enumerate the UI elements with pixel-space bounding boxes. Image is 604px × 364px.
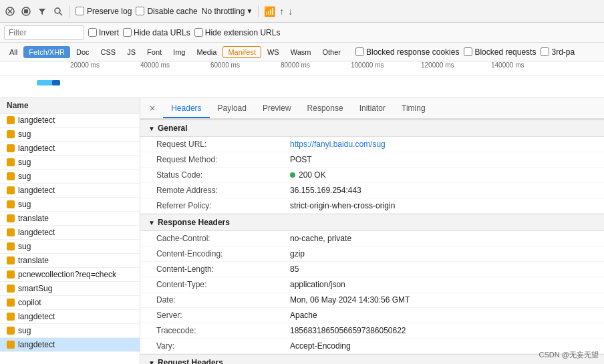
list-item[interactable]: sug [0,128,140,142]
referrer-policy-value: strict-origin-when-cross-origin [290,201,596,210]
tab-fetch-xhr[interactable]: Fetch/XHR [23,46,70,58]
detail-row-date: Date: Mon, 06 May 2024 14:30:56 GMT [140,293,604,308]
filter-input[interactable] [4,25,84,40]
separator2 [258,5,259,17]
net-icon [7,327,15,335]
content-length-value: 85 [290,264,596,274]
list-item[interactable]: langdetect [0,310,140,324]
request-url-value[interactable]: https://fanyi.baidu.com/sug [290,140,596,149]
watermark: CSDN @无妄无望 [539,350,599,360]
search-icon[interactable] [52,5,64,17]
detail-row-status: Status Code: 200 OK [140,168,604,183]
tab-other[interactable]: Other [317,46,346,58]
list-item[interactable]: copilot [0,296,140,310]
timeline: 20000 ms 40000 ms 60000 ms 80000 ms 1000… [0,61,604,98]
list-item[interactable]: translate [0,254,140,268]
clear-icon[interactable] [4,5,16,17]
separator [69,5,70,17]
timeline-bar-2 [52,80,60,85]
net-icon [7,285,15,293]
timeline-mark-2: 40000 ms [140,61,170,69]
throttle-selector[interactable]: No throttling ▼ [202,7,253,16]
tab-wasm[interactable]: Wasm [285,46,317,58]
toolbar: Preserve log Disable cache No throttling… [0,0,604,23]
timeline-mark-5: 100000 ms [351,61,384,69]
disable-cache-checkbox[interactable]: Disable cache [136,7,197,16]
content-type-value: application/json [290,280,596,289]
detail-row-method: Request Method: POST [140,152,604,168]
net-icon [7,242,15,250]
list-item[interactable]: sug [0,170,140,184]
list-item[interactable]: langdetect [0,226,140,240]
tab-js[interactable]: JS [122,46,141,58]
detail-row-cache-control: Cache-Control: no-cache, private [140,231,604,246]
third-party-checkbox[interactable]: 3rd-pa [541,47,575,57]
tab-preview[interactable]: Preview [255,100,299,118]
stop-icon[interactable] [20,5,32,17]
list-item[interactable]: langdetect [0,184,140,198]
timeline-mark-6: 120000 ms [421,61,454,69]
status-dot [290,172,295,178]
svg-line-6 [59,13,62,15]
tab-payload[interactable]: Payload [210,100,255,118]
net-icon [7,270,15,279]
request-method-value: POST [290,155,596,164]
content-encoding-value: gzip [290,249,596,258]
tab-manifest[interactable]: Manifest [222,46,261,58]
list-item[interactable]: langdetect [0,142,140,156]
tab-timing[interactable]: Timing [394,100,434,118]
net-icon [7,158,15,166]
tab-ws[interactable]: WS [262,46,285,58]
tab-headers[interactable]: Headers [163,100,209,118]
detail-row-content-type: Content-Type: application/json [140,277,604,293]
invert-checkbox[interactable]: Invert [88,28,119,37]
tab-doc[interactable]: Doc [71,46,95,58]
preserve-log-checkbox[interactable]: Preserve log [76,7,132,16]
net-icon [7,228,15,236]
list-item[interactable]: smartSug [0,282,140,296]
list-item[interactable]: sug [0,324,140,338]
net-icon [7,186,15,194]
list-item[interactable]: sug [0,240,140,254]
list-item[interactable]: langdetect [0,338,140,352]
blocked-cookies-checkbox[interactable]: Blocked response cookies [355,47,459,57]
svg-point-5 [55,8,60,13]
filter-icon[interactable] [36,5,48,17]
list-item[interactable]: langdetect [0,114,140,128]
detail-row-url: Request URL: https://fanyi.baidu.com/sug [140,137,604,152]
wifi-icon[interactable]: 📶 [264,6,275,17]
timeline-mark-7: 140000 ms [491,61,524,69]
arrow-icon2: ▼ [148,219,155,226]
tab-css[interactable]: CSS [96,46,122,58]
network-list: Name langdetect sug langdetect sug sug l… [0,98,140,364]
tab-initiator[interactable]: Initiator [351,100,394,118]
hide-extension-checkbox[interactable]: Hide extension URLs [194,28,281,37]
request-headers-section-header[interactable]: ▼ Request Headers [140,354,604,364]
tab-img[interactable]: Img [168,46,190,58]
timeline-mark-1: 20000 ms [70,61,100,69]
timeline-mark-4: 80000 ms [281,61,310,69]
list-item[interactable]: sug [0,198,140,212]
upload-icon[interactable]: ↑ [279,6,284,17]
tab-media[interactable]: Media [191,46,222,58]
detail-row-vary: Vary: Accept-Encoding [140,339,604,354]
list-item[interactable]: translate [0,212,140,226]
net-icon [7,116,15,124]
tab-response[interactable]: Response [299,100,351,118]
detail-row-server: Server: Apache [140,308,604,323]
right-panel: × Headers Payload Preview Response Initi… [140,98,604,364]
blocked-requests-checkbox[interactable]: Blocked requests [464,47,536,57]
download-icon[interactable]: ↓ [288,6,293,17]
remote-address-value: 36.155.169.254:443 [290,186,596,195]
tab-all[interactable]: All [4,46,23,58]
list-item[interactable]: sug [0,156,140,170]
net-icon [7,214,15,222]
list-item[interactable]: pcnewcollection?req=check [0,268,140,282]
tab-font[interactable]: Font [142,46,167,58]
close-button[interactable]: × [144,100,160,116]
hide-data-urls-checkbox[interactable]: Hide data URLs [123,28,190,37]
arrow-icon3: ▼ [148,359,155,365]
response-headers-section-header[interactable]: ▼ Response Headers [140,214,604,231]
general-section-header[interactable]: ▼ General [140,120,604,137]
main-split: Name langdetect sug langdetect sug sug l… [0,98,604,364]
